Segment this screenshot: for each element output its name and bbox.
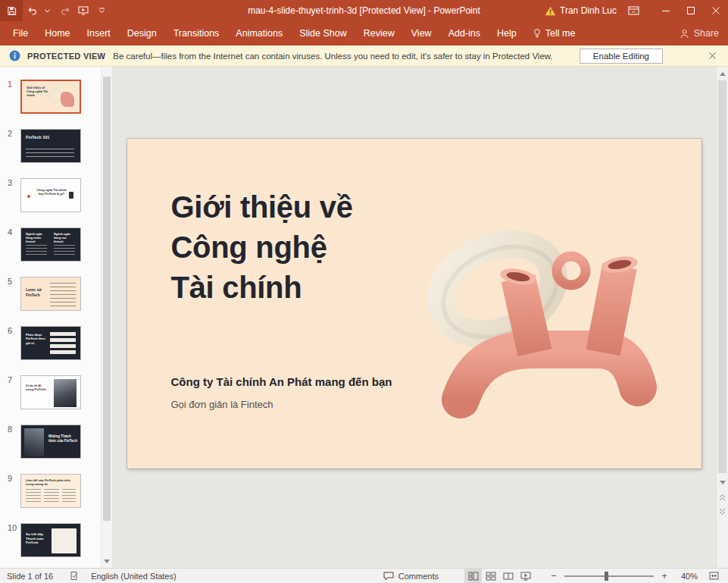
slide-thumbnail[interactable]: 6 Phân đoạn FinTech theo giá trị [0, 326, 101, 360]
scroll-up-icon[interactable] [717, 67, 728, 80]
comment-bubble-icon [383, 572, 394, 581]
next-slide-button[interactable] [717, 505, 728, 517]
thumbnail-title: Làm thế nào FinTech phát triển trong tươ… [26, 478, 73, 486]
slide-thumbnail-content: Những Thách thức của FinTech [21, 425, 80, 458]
protected-bar-close-icon[interactable] [702, 45, 722, 66]
scrollbar-thumb[interactable] [718, 80, 726, 473]
slide-thumbnail-preview: Phân đoạn FinTech theo giá trị [20, 326, 81, 360]
slide-number: 1 [0, 80, 20, 114]
thumbnail-title: Những Thách thức của FinTech [48, 434, 79, 444]
start-from-beginning-icon[interactable] [74, 0, 92, 21]
zoom-in-button[interactable]: + [658, 569, 670, 583]
share-label: Share [694, 28, 719, 39]
save-icon[interactable] [0, 0, 23, 21]
previous-slide-button[interactable] [717, 491, 728, 503]
warning-icon [545, 6, 556, 16]
tab-add-ins[interactable]: Add-ins [440, 21, 489, 45]
title-bar: mau-4-slide-thuyet-trinh-3d [Protected V… [0, 0, 728, 21]
zoom-level[interactable]: 40% [673, 572, 698, 581]
comments-label: Comments [398, 572, 439, 581]
undo-dropdown-chevron-icon[interactable] [38, 0, 56, 21]
slide-counter[interactable]: Slide 1 of 16 [7, 572, 53, 581]
info-icon [9, 50, 20, 61]
reading-view-button[interactable] [499, 569, 517, 583]
tab-transitions[interactable]: Transitions [165, 21, 228, 45]
status-bar: Slide 1 of 16 English (United States) Co… [0, 568, 728, 583]
close-button[interactable] [703, 0, 728, 21]
slide-thumbnail[interactable]: 1 Giới thiệu về Công nghệ Tài chính [0, 80, 101, 114]
thumbnail-title-2: Ngành ngân hàng sau fintech [54, 233, 76, 244]
slide-thumbnail[interactable]: 7 Ví dụ về AI trong FinTech [0, 375, 101, 409]
tab-animations[interactable]: Animations [227, 21, 291, 45]
normal-view-button[interactable] [464, 569, 482, 583]
slide-1[interactable]: Giới thiệu về Công nghệ Tài chính Công t… [127, 139, 701, 469]
slide-thumbnail-preview: Lược sử FinTech [20, 277, 81, 311]
status-bar-left: Slide 1 of 16 English (United States) [5, 571, 177, 581]
slide-thumbnail-preview: Giới thiệu về Công nghệ Tài chính [20, 80, 81, 114]
fit-slide-to-window-button[interactable] [705, 569, 722, 583]
tab-file[interactable]: File [5, 21, 36, 45]
tab-view[interactable]: View [403, 21, 440, 45]
slide-thumbnail-preview: Công nghệ Tài chính hay FinTech là gì? [20, 178, 81, 212]
tab-help[interactable]: Help [489, 21, 525, 45]
quick-access-toolbar [0, 0, 111, 21]
qat-customize-chevron-icon[interactable] [92, 0, 111, 21]
account-user-name[interactable]: Tran Dinh Luc [560, 5, 617, 16]
tab-review[interactable]: Review [355, 21, 403, 45]
zoom-slider[interactable] [564, 575, 654, 577]
slide-thumbnail-preview: Ví dụ về AI trong FinTech [20, 375, 81, 409]
slide-thumbnail[interactable]: 2 FinTech 101 [0, 129, 101, 163]
thumbnail-title: Ví dụ về AI trong FinTech [26, 384, 47, 391]
redo-icon[interactable] [56, 0, 74, 21]
slide-thumbnail-preview: Làm thế nào FinTech phát triển trong tươ… [20, 474, 81, 508]
slide-thumbnail[interactable]: 3 Công nghệ Tài chính hay FinTech là gì? [0, 178, 101, 212]
title-bar-right: Tran Dinh Luc [545, 0, 728, 21]
3d-shapes-graphic [421, 204, 686, 431]
tab-slide-show[interactable]: Slide Show [291, 21, 355, 45]
slide-thumbnail-content: Giới thiệu về Công nghệ Tài chính [22, 81, 80, 112]
thumbnail-title: Công nghệ Tài chính hay FinTech là gì? [35, 188, 68, 196]
zoom-slider-thumb[interactable] [605, 572, 608, 581]
thumbnail-scrollbar-thumb[interactable] [103, 77, 111, 521]
tab-design[interactable]: Design [119, 21, 165, 45]
slide-thumbnail[interactable]: 10 Sự trỗi dậy Thanh toán FinTech [0, 523, 101, 557]
slide-sorter-view-button[interactable] [482, 569, 499, 583]
powerpoint-window: mau-4-slide-thuyet-trinh-3d [Protected V… [0, 0, 728, 583]
zoom-out-button[interactable]: − [548, 569, 560, 583]
slide-number: 6 [0, 326, 20, 360]
share-button[interactable]: Share [680, 21, 719, 45]
slide-show-button[interactable] [517, 569, 534, 583]
slide-thumbnail-content: FinTech 101 [21, 130, 80, 162]
minimize-button[interactable] [653, 0, 678, 21]
ribbon-tab-bar: File Home Insert Design Transitions Anim… [0, 21, 728, 45]
slide-number: 5 [0, 277, 20, 311]
scroll-down-icon[interactable] [717, 476, 728, 488]
slide-thumbnail-content: Phân đoạn FinTech theo giá trị [21, 327, 80, 359]
tell-me-search[interactable]: Tell me [525, 21, 584, 45]
slide-thumbnail-content: Lược sử FinTech [21, 277, 80, 310]
language-indicator[interactable]: English (United States) [91, 572, 177, 581]
thumbnail-title: Ngành ngân hàng trước fintech [26, 233, 48, 244]
slide-thumbnail[interactable]: 4 Ngành ngân hàng trước fintech Ngành ng… [0, 227, 101, 262]
person-icon [680, 29, 689, 39]
maximize-button[interactable] [678, 0, 703, 21]
spell-check-icon[interactable] [70, 571, 79, 581]
slide-thumbnail-preview: Những Thách thức của FinTech [20, 425, 81, 459]
slide-number: 3 [0, 178, 20, 212]
ribbon-display-options-icon[interactable] [624, 0, 642, 21]
thumbnail-title: Phân đoạn FinTech theo giá trị [26, 333, 48, 345]
workspace: 1 Giới thiệu về Công nghệ Tài chính 2 Fi… [0, 67, 728, 568]
tab-insert[interactable]: Insert [79, 21, 119, 45]
thumbnail-scroll-down-icon[interactable] [102, 556, 112, 566]
slide-thumbnail[interactable]: 8 Những Thách thức của FinTech [0, 425, 101, 459]
slide-thumbnail[interactable]: 9 Làm thế nào FinTech phát triển trong t… [0, 474, 101, 508]
thumbnail-title: Lược sử FinTech [26, 287, 45, 297]
vertical-scrollbar[interactable] [716, 67, 728, 568]
slide-thumbnail[interactable]: 5 Lược sử FinTech [0, 277, 101, 311]
lightbulb-icon [533, 28, 541, 39]
enable-editing-button[interactable]: Enable Editing [580, 49, 663, 64]
slide-thumbnail-content: Công nghệ Tài chính hay FinTech là gì? [21, 179, 80, 212]
tab-home[interactable]: Home [36, 21, 78, 45]
comments-button[interactable]: Comments [383, 572, 439, 581]
thumbnail-panel-scrollbar[interactable] [101, 67, 112, 568]
